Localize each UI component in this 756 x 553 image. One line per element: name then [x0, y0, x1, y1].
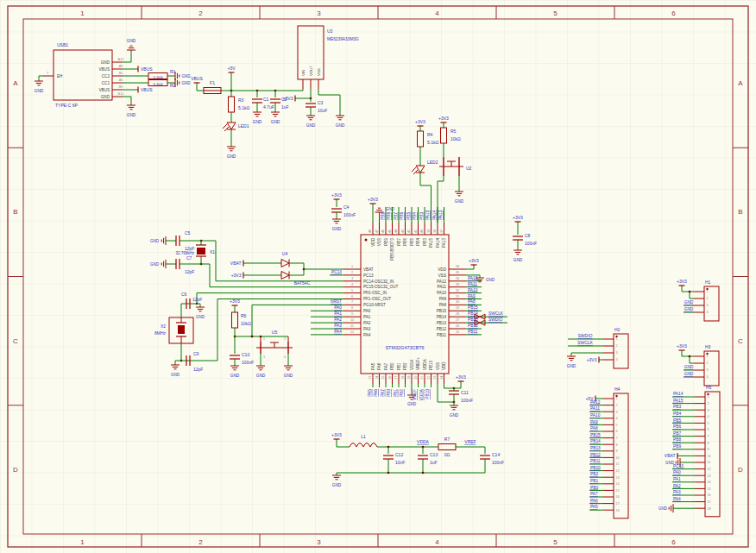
label: VDD [371, 237, 375, 246]
label: LED2 [427, 160, 438, 165]
label: GND [332, 227, 342, 231]
label: PC14-OSC32_IN [363, 280, 394, 284]
label: R6 [241, 313, 247, 318]
label: 26 [456, 324, 459, 328]
label: 36 [456, 265, 459, 268]
label: PB13 [590, 446, 601, 450]
label: PA14 [432, 210, 437, 220]
label: PA0 [334, 305, 342, 310]
power-flag-label: +3V3 [230, 298, 240, 304]
label: 4 [616, 417, 618, 420]
label: 12pF [185, 269, 194, 274]
label: PA5 [590, 505, 598, 509]
power-flag-label: +3V3 [469, 258, 479, 263]
label: 39 [427, 229, 431, 233]
label: 3 [707, 304, 709, 307]
label: 5.1kΩ [427, 140, 438, 145]
label: PB6 [403, 238, 407, 246]
label: PB13 [437, 321, 447, 325]
label: 14 [375, 376, 379, 380]
label: PA2 [673, 484, 681, 488]
label: 1 [707, 355, 709, 358]
label: GND [513, 258, 523, 262]
label: C3 [318, 100, 324, 105]
label: CC1 [102, 81, 110, 85]
power-flag-label: +3V3 [283, 96, 293, 101]
label: GND [101, 60, 110, 65]
schematic-canvas[interactable]: 112233445566AABBCCDDUSB1TYPE-C 6PA12GNDA… [0, 0, 756, 553]
mcu-part-number: STM32G473CBT6 [385, 345, 424, 350]
label: 9 [708, 448, 709, 451]
label: SWCLK [488, 311, 504, 316]
label: PA13 [442, 238, 446, 248]
label: PA7 [381, 389, 385, 397]
label: 100nF [461, 398, 473, 403]
label: GND [127, 39, 136, 43]
label: U3 [327, 28, 333, 34]
label: 20 [414, 376, 418, 380]
label: PC13 [363, 273, 374, 278]
label: GND [684, 307, 694, 311]
label: PA9 [439, 297, 447, 301]
label: PA1 [673, 477, 681, 481]
label: 8 [616, 443, 618, 447]
label: GND [450, 413, 459, 418]
label: 4 [707, 375, 709, 379]
junction-dot [689, 355, 691, 358]
label: PB3 [419, 212, 424, 220]
label: GND [127, 113, 136, 117]
label: 44 [394, 229, 398, 233]
label: VDD [438, 267, 446, 272]
label: R7 [444, 437, 450, 442]
border-column-label: 5 [553, 9, 558, 17]
label: 5 [708, 422, 709, 425]
label: PB15 [468, 305, 478, 310]
label: ME6239A33M3G [327, 37, 359, 41]
label: PA9 [590, 420, 598, 424]
label: GND [658, 506, 668, 511]
border-column-label: 4 [435, 9, 439, 17]
label: B5 [119, 72, 123, 75]
label: PA10 [437, 291, 446, 295]
label: PB0 [390, 362, 394, 370]
label: F1 [210, 80, 215, 85]
label: 15 [616, 489, 620, 493]
label: VREF+ [416, 357, 420, 370]
label: 4 [351, 283, 353, 286]
label: C12 [395, 452, 403, 457]
label: 0Ω [444, 452, 450, 457]
label: 8MHz [154, 330, 167, 336]
label: 2 [708, 402, 709, 405]
border-row-label: B [738, 208, 742, 216]
label: VSS [317, 68, 321, 76]
label: PA12 [468, 276, 478, 280]
power-flag-label: +3V3 [513, 215, 523, 220]
junction-dot [387, 472, 390, 474]
label: PB4 [416, 238, 420, 246]
label: PA12 [437, 280, 446, 284]
label: VIN [301, 70, 306, 76]
label: 10 [708, 455, 711, 458]
label: PB14 [590, 439, 601, 443]
label: PC13 [331, 270, 342, 274]
label: 22 [427, 376, 431, 380]
label: U2 [466, 166, 472, 171]
label: R3 [238, 97, 244, 103]
power-flag-label: +5V [227, 66, 236, 71]
label: PA8 [590, 426, 598, 430]
label: 5 [616, 424, 618, 427]
label: VSS [436, 362, 440, 370]
label: C7 [186, 255, 192, 261]
label: R4 [427, 132, 433, 137]
border-column-label: 2 [198, 538, 203, 546]
label: PA10 [590, 413, 601, 418]
label: 15 [381, 376, 385, 380]
label: PA11 [468, 282, 477, 286]
label: EH [57, 74, 62, 79]
label: VOUT [309, 65, 313, 76]
label: 1 [708, 395, 709, 399]
label: PA7 [590, 492, 598, 496]
label: 3 [263, 355, 265, 359]
label: 41 [414, 229, 418, 233]
label: 32 [456, 289, 459, 292]
